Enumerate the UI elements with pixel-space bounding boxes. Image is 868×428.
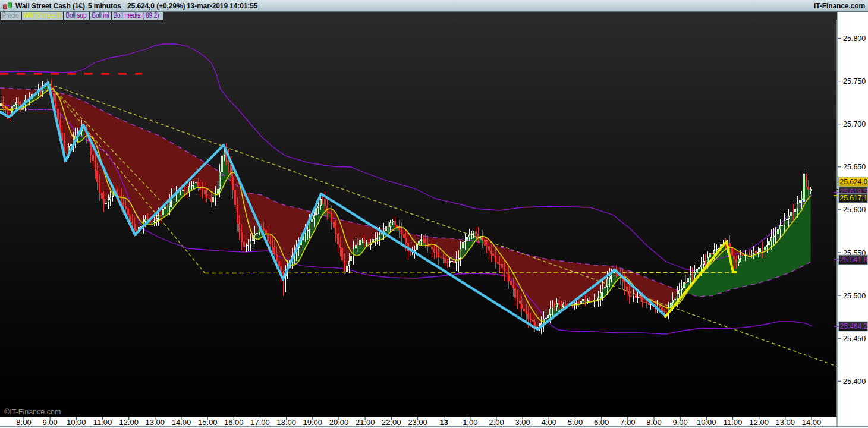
svg-text:21:00: 21:00 [356,418,375,427]
svg-text:8:00: 8:00 [16,418,31,427]
svg-text:16:00: 16:00 [224,418,244,427]
svg-text:25.500: 25.500 [843,292,866,300]
svg-text:22:00: 22:00 [382,418,401,427]
svg-text:4:00: 4:00 [542,418,556,427]
svg-text:1:00: 1:00 [463,418,477,427]
svg-text:20:00: 20:00 [329,418,349,427]
svg-text:13: 13 [439,418,448,427]
svg-text:25.624,0: 25.624,0 [840,178,868,186]
svg-text:25.650: 25.650 [843,163,866,171]
svg-text:9:00: 9:00 [673,418,688,427]
svg-text:2:00: 2:00 [489,418,504,427]
svg-text:19:00: 19:00 [303,418,323,427]
svg-text:25.600: 25.600 [843,206,866,214]
svg-text:23:00: 23:00 [408,418,427,427]
svg-text:11:00: 11:00 [724,418,743,427]
svg-text:9:00: 9:00 [43,418,58,427]
svg-text:14:00: 14:00 [802,418,822,427]
svg-text:25.464,2: 25.464,2 [840,322,868,331]
svg-text:13:00: 13:00 [776,418,795,427]
svg-text:25.617,1: 25.617,1 [840,194,868,202]
svg-text:3:00: 3:00 [515,418,530,427]
svg-text:14:00: 14:00 [172,418,191,427]
svg-text:17:00: 17:00 [250,418,270,427]
svg-text:18:00: 18:00 [276,418,296,427]
svg-text:10:00: 10:00 [67,418,86,427]
svg-text:7:00: 7:00 [620,418,635,427]
svg-text:11:00: 11:00 [93,418,112,427]
svg-text:25.450: 25.450 [843,335,866,343]
svg-text:©IT-Finance.com: ©IT-Finance.com [4,408,61,416]
svg-text:5:00: 5:00 [568,418,583,427]
svg-text:25.750: 25.750 [843,77,866,86]
svg-text:25.700: 25.700 [843,120,866,128]
svg-text:8:00: 8:00 [646,418,661,427]
svg-text:15:00: 15:00 [198,418,218,427]
svg-text:12:00: 12:00 [119,418,139,427]
svg-text:12:00: 12:00 [749,418,769,427]
svg-text:25.541,8: 25.541,8 [840,256,868,264]
svg-text:25.400: 25.400 [843,377,866,386]
svg-text:13:00: 13:00 [146,418,165,427]
svg-text:25.800: 25.800 [843,34,866,43]
svg-text:6:00: 6:00 [594,418,609,427]
svg-text:10:00: 10:00 [697,418,716,427]
